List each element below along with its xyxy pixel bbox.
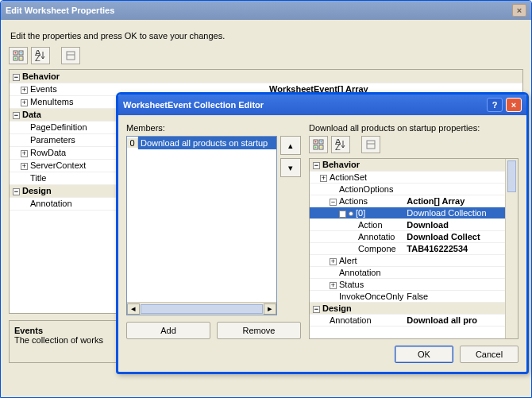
- property-pages-icon: [65, 50, 76, 61]
- list-item-index: 0: [127, 138, 138, 148]
- arrow-down-icon: ▾: [288, 163, 293, 173]
- property-row[interactable]: AnnotatioDownload Collect: [310, 230, 505, 242]
- expand-icon[interactable]: +: [21, 163, 28, 170]
- property-pages-button[interactable]: [61, 47, 80, 64]
- property-row[interactable]: +ActionSet: [310, 171, 505, 183]
- collapse-icon[interactable]: −: [13, 188, 20, 195]
- expand-icon[interactable]: +: [21, 99, 28, 106]
- expand-icon[interactable]: −: [339, 211, 346, 218]
- instruction-text: Edit the properties and press OK to save…: [10, 31, 523, 41]
- property-row[interactable]: − [0]Download Collection: [310, 207, 505, 218]
- inner-toolbar: AZ: [309, 136, 519, 153]
- property-row[interactable]: ActionDownload: [310, 218, 505, 230]
- close-icon: ×: [511, 100, 516, 110]
- members-label: Members:: [126, 123, 301, 133]
- expand-icon[interactable]: +: [330, 282, 337, 289]
- svg-point-5: [21, 52, 22, 54]
- expand-icon[interactable]: +: [21, 150, 28, 157]
- add-button[interactable]: Add: [126, 322, 210, 339]
- categorized-icon: [13, 50, 24, 61]
- sort-az-icon: AZ: [335, 139, 346, 150]
- svg-text:Z: Z: [35, 53, 40, 61]
- property-category[interactable]: −Behavior: [10, 70, 522, 83]
- inner-property-grid[interactable]: −Behavior+ActionSetActionOptions−Actions…: [309, 158, 519, 339]
- ok-button[interactable]: OK: [395, 346, 453, 363]
- property-row[interactable]: AnnotationDownload all pro: [310, 314, 505, 326]
- property-row[interactable]: ComponeTAB416222534: [310, 242, 505, 254]
- svg-text:Z: Z: [335, 142, 341, 150]
- collapse-icon[interactable]: −: [313, 162, 320, 169]
- collapse-icon[interactable]: −: [313, 306, 320, 313]
- property-row[interactable]: ActionOptions: [310, 183, 505, 195]
- categorized-view-button[interactable]: [9, 47, 28, 64]
- members-listbox[interactable]: 0Download all products on startup ◂ ▸: [126, 136, 277, 315]
- collapse-icon[interactable]: −: [13, 112, 20, 119]
- inner-titlebar[interactable]: WorksheetEvent Collection Editor ? ×: [118, 95, 526, 115]
- inner-vertical-scrollbar[interactable]: [505, 159, 518, 338]
- collection-editor-dialog: WorksheetEvent Collection Editor ? × Mem…: [116, 92, 529, 374]
- categorized-icon: [313, 139, 324, 150]
- property-pages-icon: [365, 139, 376, 150]
- property-row[interactable]: InvokeOnceOnlyFalse: [310, 290, 505, 302]
- scroll-thumb[interactable]: [507, 160, 516, 192]
- svg-point-6: [15, 58, 17, 60]
- alphabetical-view-button[interactable]: AZ: [31, 47, 50, 64]
- svg-point-7: [21, 58, 22, 60]
- expand-icon[interactable]: +: [330, 258, 337, 265]
- collapse-icon[interactable]: −: [13, 74, 20, 81]
- chevron-left-icon: ◂: [131, 303, 136, 314]
- svg-rect-10: [67, 52, 75, 60]
- property-row[interactable]: +Status: [310, 278, 505, 290]
- help-button[interactable]: ?: [487, 98, 503, 112]
- property-row[interactable]: +Alert: [310, 254, 505, 266]
- alphabetical-view-button[interactable]: AZ: [331, 136, 350, 153]
- svg-point-18: [315, 147, 317, 149]
- property-pages-button[interactable]: [361, 136, 380, 153]
- chevron-right-icon: ▸: [268, 303, 272, 314]
- property-row[interactable]: Annotation: [310, 266, 505, 278]
- expand-icon[interactable]: +: [320, 175, 327, 182]
- list-item[interactable]: 0Download all products on startup: [127, 137, 276, 149]
- scroll-right-button[interactable]: ▸: [264, 303, 276, 315]
- inner-title-text: WorksheetEvent Collection Editor: [123, 100, 264, 110]
- scroll-left-button[interactable]: ◂: [127, 303, 140, 315]
- svg-point-19: [321, 147, 322, 149]
- help-icon: ?: [492, 100, 498, 110]
- inner-close-button[interactable]: ×: [506, 98, 522, 112]
- svg-rect-22: [367, 141, 375, 149]
- members-horizontal-scrollbar[interactable]: ◂ ▸: [127, 302, 276, 315]
- svg-point-17: [321, 141, 322, 143]
- outer-title-text: Edit Worksheet Properties: [6, 6, 114, 15]
- scroll-thumb[interactable]: [141, 304, 263, 314]
- property-category[interactable]: −Behavior: [310, 159, 505, 171]
- remove-button[interactable]: Remove: [217, 322, 301, 339]
- arrow-up-icon: ▴: [288, 141, 293, 151]
- outer-titlebar[interactable]: Edit Worksheet Properties ×: [1, 1, 531, 20]
- cancel-button[interactable]: Cancel: [460, 346, 519, 363]
- svg-point-4: [15, 52, 17, 54]
- categorized-view-button[interactable]: [309, 136, 328, 153]
- property-row[interactable]: −ActionsAction[] Array: [310, 195, 505, 207]
- expand-icon[interactable]: −: [330, 199, 337, 206]
- sort-az-icon: AZ: [35, 50, 46, 61]
- outer-toolbar: AZ: [9, 47, 523, 64]
- outer-close-button[interactable]: ×: [512, 4, 526, 17]
- move-up-button[interactable]: ▴: [280, 136, 301, 155]
- svg-point-16: [315, 141, 317, 143]
- move-down-button[interactable]: ▾: [280, 158, 301, 177]
- close-icon: ×: [517, 6, 522, 15]
- expand-icon[interactable]: +: [21, 87, 28, 94]
- list-item-label: Download all products on startup: [138, 137, 276, 149]
- property-category[interactable]: −Design: [310, 302, 505, 314]
- properties-label: Download all products on startup propert…: [309, 123, 519, 133]
